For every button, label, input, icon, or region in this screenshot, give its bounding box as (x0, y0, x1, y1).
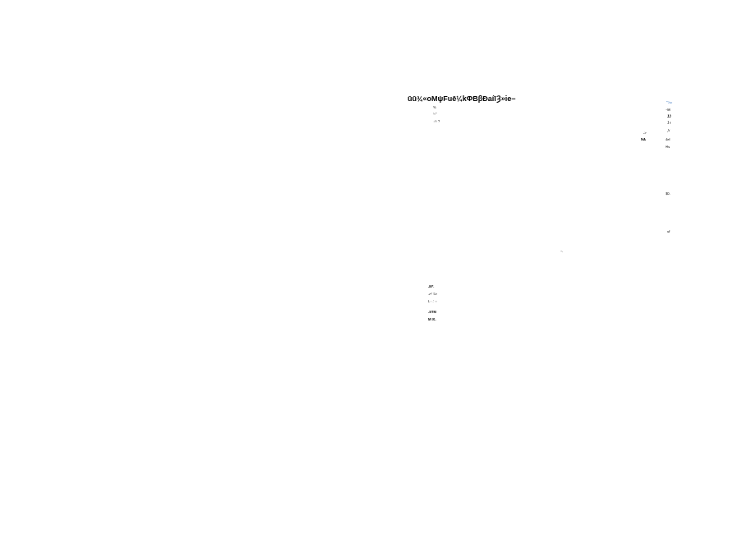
bottom-line-4: -STM (428, 310, 436, 314)
right-fragment-4: ƒi (667, 128, 670, 132)
right-fragment-8: af (667, 229, 670, 233)
right-fragment-3: Ĵ f (667, 121, 671, 125)
right-fragment-6: Hs (666, 145, 670, 149)
na-text: NA (641, 137, 646, 141)
left-fragment-half: ½" (433, 112, 437, 116)
right-fragment-1: ~M (666, 108, 671, 112)
bottom-line-5: M IX- (428, 317, 436, 321)
arrow-text: -> (643, 131, 647, 135)
garbled-title: ūū¾«oMψFuē¼kΦBβÐaíīȜ»ie− (408, 95, 515, 103)
right-fragment-2: ĴĴ (667, 114, 671, 118)
left-fragment-plus: ₊© ? (433, 119, 440, 123)
right-fragment-5: 4el (666, 137, 670, 141)
right-fragment-7: $0. (666, 191, 671, 196)
bottom-line-2: +«' 5> (428, 292, 437, 296)
bottom-line-3: L : .' :: (428, 299, 437, 303)
left-fragment-pct: % (433, 105, 436, 109)
tilde-dot: ~. (560, 249, 563, 253)
right-link[interactable]: *¾c (666, 100, 672, 104)
bottom-line-1: -M*. (428, 284, 434, 288)
